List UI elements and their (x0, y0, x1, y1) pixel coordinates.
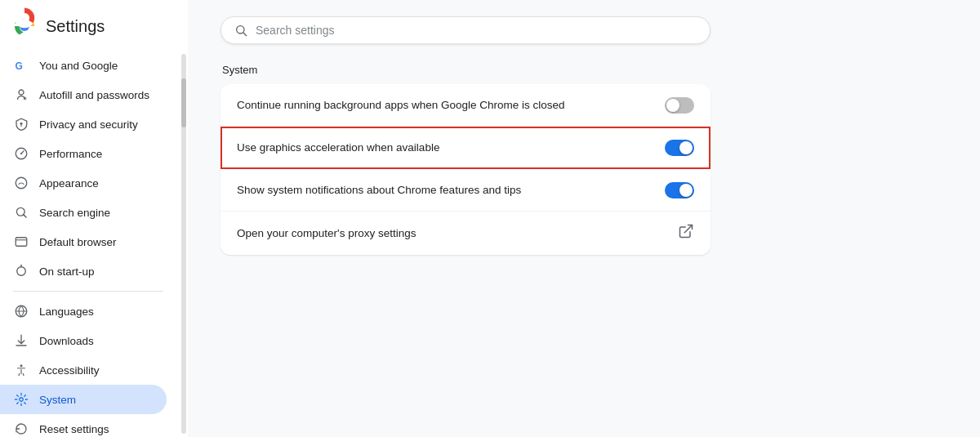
sidebar-item-accessibility[interactable]: Accessibility (0, 355, 167, 385)
toggle-thumb-graphics-acceleration (679, 141, 693, 154)
on-startup-icon (13, 263, 29, 279)
sidebar-item-search-engine[interactable]: Search engine (0, 198, 167, 227)
sidebar-item-label-you-and-google: You and Google (39, 60, 154, 72)
sidebar-item-reset[interactable]: Reset settings (0, 414, 167, 437)
autofill-icon (13, 87, 29, 103)
settings-text-system-notifications: Show system notifications about Chrome f… (237, 184, 665, 196)
toggle-system-notifications[interactable] (665, 182, 694, 198)
privacy-icon (13, 116, 29, 132)
sidebar-item-label-accessibility: Accessibility (39, 364, 154, 377)
toggle-track-background-apps[interactable] (665, 97, 694, 114)
sidebar-item-label-languages: Languages (39, 305, 154, 318)
main-content: Search settings System Continue running … (188, 0, 980, 437)
sidebar-item-system[interactable]: System (0, 385, 167, 414)
sidebar-navigation: GYou and GoogleAutofill and passwordsPri… (0, 51, 180, 437)
toggle-track-system-notifications[interactable] (665, 182, 694, 198)
toggle-background-apps[interactable] (665, 97, 694, 114)
sidebar-item-label-reset: Reset settings (39, 423, 154, 435)
settings-row-system-notifications: Show system notifications about Chrome f… (220, 169, 710, 212)
sidebar-item-downloads[interactable]: Downloads (0, 326, 167, 355)
system-icon (13, 391, 29, 408)
you-and-google-icon: G (13, 57, 29, 74)
svg-point-20 (20, 398, 24, 402)
sidebar-item-appearance[interactable]: Appearance (0, 168, 167, 198)
sidebar-item-label-system: System (39, 394, 154, 406)
sidebar-item-privacy[interactable]: Privacy and security (0, 109, 167, 139)
svg-point-8 (20, 123, 23, 125)
reset-icon (13, 421, 29, 437)
svg-text:G: G (16, 60, 23, 72)
search-engine-icon (13, 204, 29, 221)
sidebar-item-on-startup[interactable]: On start-up (0, 256, 167, 286)
sidebar-item-performance[interactable]: Performance (0, 139, 167, 168)
svg-point-10 (20, 153, 22, 154)
languages-icon (13, 303, 29, 319)
sidebar-item-label-performance: Performance (39, 148, 154, 160)
svg-point-16 (17, 267, 26, 276)
accessibility-icon (13, 362, 29, 378)
settings-text-graphics-acceleration: Use graphics acceleration when available (237, 141, 665, 154)
sidebar-item-label-privacy: Privacy and security (39, 118, 154, 131)
appearance-icon (13, 175, 29, 191)
nav-divider (13, 291, 163, 292)
search-bar[interactable]: Search settings (220, 16, 710, 44)
sidebar-item-label-autofill: Autofill and passwords (39, 89, 154, 101)
settings-title: Settings (46, 17, 105, 36)
section-title: System (220, 64, 947, 76)
toggle-graphics-acceleration[interactable] (665, 140, 694, 156)
toggle-thumb-system-notifications (679, 184, 693, 197)
settings-row-proxy-settings: Open your computer's proxy settings (220, 212, 710, 255)
svg-point-6 (19, 90, 24, 95)
svg-line-13 (24, 215, 26, 217)
search-icon (234, 24, 247, 37)
toggle-thumb-background-apps (666, 99, 679, 112)
sidebar-item-languages[interactable]: Languages (0, 297, 167, 326)
sidebar-scrollbar-thumb[interactable] (181, 78, 186, 127)
sidebar-scrollbar[interactable] (181, 54, 186, 434)
search-placeholder: Search settings (256, 24, 335, 37)
sidebar-item-label-default-browser: Default browser (39, 236, 154, 248)
sidebar-item-default-browser[interactable]: Default browser (0, 227, 167, 256)
sidebar-item-autofill[interactable]: Autofill and passwords (0, 80, 167, 109)
settings-row-graphics-acceleration: Use graphics acceleration when available (220, 127, 710, 169)
settings-row-background-apps: Continue running background apps when Go… (220, 84, 710, 127)
downloads-icon (13, 332, 29, 349)
sidebar: Settings GYou and GoogleAutofill and pas… (0, 0, 188, 437)
external-link-icon-proxy-settings[interactable] (678, 223, 694, 243)
svg-point-19 (20, 364, 23, 367)
sidebar-item-label-appearance: Appearance (39, 177, 154, 190)
settings-text-proxy-settings: Open your computer's proxy settings (237, 227, 678, 239)
sidebar-item-label-downloads: Downloads (39, 335, 154, 347)
svg-rect-14 (16, 238, 27, 247)
settings-card: Continue running background apps when Go… (220, 84, 710, 255)
settings-text-background-apps: Continue running background apps when Go… (237, 99, 665, 111)
sidebar-item-label-search-engine: Search engine (39, 207, 154, 219)
performance-icon (13, 145, 29, 162)
toggle-track-graphics-acceleration[interactable] (665, 140, 694, 156)
sidebar-item-you-and-google[interactable]: GYou and Google (0, 51, 167, 80)
default-browser-icon (13, 234, 29, 250)
svg-line-23 (684, 225, 692, 233)
sidebar-item-label-on-startup: On start-up (39, 265, 154, 278)
sidebar-header: Settings (0, 8, 188, 51)
chrome-logo-icon (13, 7, 36, 29)
search-bar-wrapper: Search settings (220, 16, 947, 44)
svg-line-22 (243, 33, 247, 36)
